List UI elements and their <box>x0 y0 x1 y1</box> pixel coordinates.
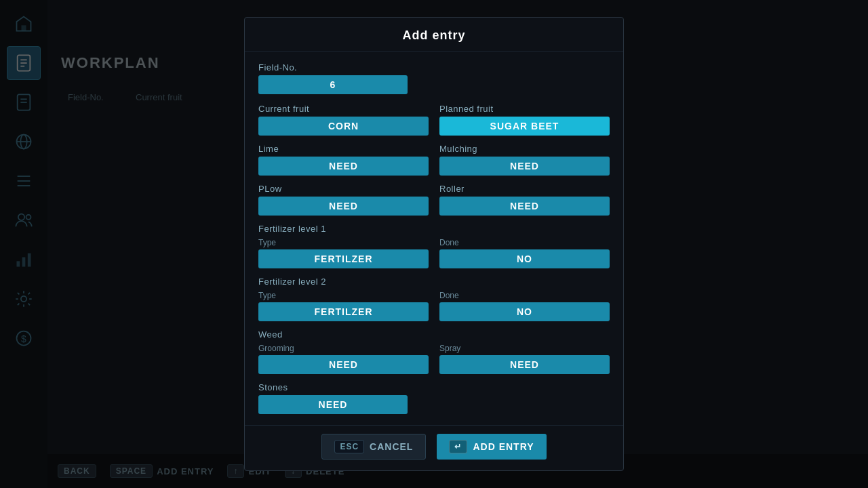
esc-key-icon: ESC <box>334 440 364 453</box>
lime-label: Lime <box>258 144 429 154</box>
field-no-section: Field-No. 6 <box>258 62 610 94</box>
fert1-done-label: Done <box>439 238 610 247</box>
add-entry-button[interactable]: ↵ ADD ENTRY <box>437 434 546 460</box>
fert1-group-label: Fertilizer level 1 <box>258 224 610 234</box>
lime-mulching-row: Lime NEED Mulching NEED <box>258 144 610 176</box>
planned-fruit-input[interactable]: SUGAR BEET <box>439 117 610 136</box>
plow-label: PLow <box>258 184 429 194</box>
plow-roller-row: PLow NEED Roller NEED <box>258 184 610 216</box>
spray-col: Spray NEED <box>439 344 610 374</box>
fert2-done-col: Done NO <box>439 291 610 321</box>
fert2-row: Type FERTILZER Done NO <box>258 291 610 321</box>
stones-input[interactable]: NEED <box>258 395 408 414</box>
fert2-type-col: Type FERTILZER <box>258 291 429 321</box>
modal-footer: ESC CANCEL ↵ ADD ENTRY <box>245 425 623 470</box>
fert1-type-input[interactable]: FERTILZER <box>258 249 429 268</box>
planned-fruit-label: Planned fruit <box>439 104 610 114</box>
planned-fruit-col: Planned fruit SUGAR BEET <box>439 104 610 136</box>
fruit-row: Current fruit CORN Planned fruit SUGAR B… <box>258 104 610 136</box>
plow-col: PLow NEED <box>258 184 429 216</box>
cancel-label: CANCEL <box>370 441 413 452</box>
fert2-done-label: Done <box>439 291 610 300</box>
mulching-input[interactable]: NEED <box>439 157 610 176</box>
roller-label: Roller <box>439 184 610 194</box>
modal-title: Add entry <box>245 18 623 52</box>
lime-input[interactable]: NEED <box>258 157 429 176</box>
current-fruit-col: Current fruit CORN <box>258 104 429 136</box>
mulching-label: Mulching <box>439 144 610 154</box>
modal-overlay: Add entry Field-No. 6 Current fruit CORN… <box>0 0 868 488</box>
fert2-type-label: Type <box>258 291 429 300</box>
weed-row: Grooming NEED Spray NEED <box>258 344 610 374</box>
mulching-col: Mulching NEED <box>439 144 610 176</box>
spray-input[interactable]: NEED <box>439 355 610 374</box>
current-fruit-label: Current fruit <box>258 104 429 114</box>
fert2-group-label: Fertilizer level 2 <box>258 277 610 287</box>
roller-col: Roller NEED <box>439 184 610 216</box>
fert2-done-input[interactable]: NO <box>439 302 610 321</box>
weed-section-label: Weed <box>258 329 610 340</box>
modal-body: Field-No. 6 Current fruit CORN Planned f… <box>245 52 623 425</box>
fert1-done-input[interactable]: NO <box>439 249 610 268</box>
grooming-col: Grooming NEED <box>258 344 429 374</box>
stones-label: Stones <box>258 382 408 392</box>
grooming-label: Grooming <box>258 344 429 353</box>
field-no-label: Field-No. <box>258 62 610 73</box>
fert1-type-col: Type FERTILZER <box>258 238 429 268</box>
current-fruit-input[interactable]: CORN <box>258 117 429 136</box>
enter-key-icon: ↵ <box>449 440 467 453</box>
roller-input[interactable]: NEED <box>439 197 610 216</box>
fert1-done-col: Done NO <box>439 238 610 268</box>
add-entry-modal: Add entry Field-No. 6 Current fruit CORN… <box>244 17 624 471</box>
cancel-button[interactable]: ESC CANCEL <box>321 434 426 460</box>
add-entry-label-modal: ADD ENTRY <box>473 441 534 452</box>
fert2-type-input[interactable]: FERTILZER <box>258 302 429 321</box>
stones-section: Stones NEED <box>258 382 408 414</box>
fert1-type-label: Type <box>258 238 429 247</box>
plow-input[interactable]: NEED <box>258 197 429 216</box>
grooming-input[interactable]: NEED <box>258 355 429 374</box>
field-no-input[interactable]: 6 <box>258 75 408 94</box>
spray-label: Spray <box>439 344 610 353</box>
lime-col: Lime NEED <box>258 144 429 176</box>
fert1-row: Type FERTILZER Done NO <box>258 238 610 268</box>
